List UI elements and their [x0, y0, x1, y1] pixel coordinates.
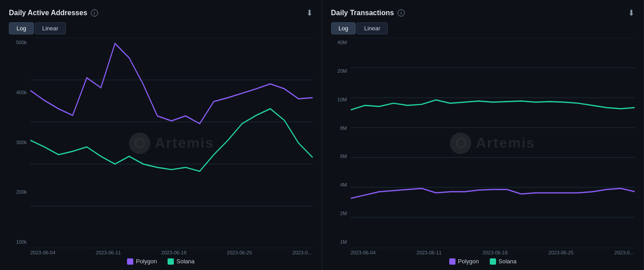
left-legend: Polygon Solana: [9, 258, 313, 265]
right-chart-panel: Daily Transactions i ⬇ Log Linear 40M 20…: [322, 0, 644, 270]
right-chart-inner: ⬡ Artemis: [351, 38, 635, 255]
left-legend-solana-label: Solana: [176, 258, 194, 265]
right-svg-container: ⬡ Artemis: [351, 38, 635, 248]
right-legend-polygon-dot: [449, 258, 455, 265]
right-toggle-log[interactable]: Log: [331, 22, 356, 34]
right-y-4m: 4M: [340, 182, 347, 187]
right-x-4: 2023-06-25: [549, 250, 574, 255]
right-y-10m: 10M: [337, 97, 347, 102]
right-chart-area: 40M 20M 10M 8M 6M 4M 2M 1M ⬡ Artemis: [331, 38, 635, 255]
left-legend-polygon-label: Polygon: [136, 258, 157, 265]
right-download-icon[interactable]: ⬇: [628, 8, 635, 18]
left-legend-solana: Solana: [168, 258, 194, 265]
right-panel-header: Daily Transactions i ⬇: [331, 8, 635, 18]
right-x-1: 2023-06-04: [351, 250, 376, 255]
right-y-40m: 40M: [337, 40, 347, 45]
left-y-100k: 100k: [16, 239, 27, 245]
left-chart-area: 500k 400k 300k 200k 100k ⬡ Artemis: [9, 38, 313, 255]
right-chart-svg: [351, 38, 635, 248]
left-y-200k: 200k: [16, 189, 27, 195]
left-legend-solana-dot: [168, 258, 174, 265]
right-chart-title: Daily Transactions: [331, 9, 394, 17]
left-toggle-row: Log Linear: [9, 22, 313, 34]
left-x-2: 2023-06-11: [96, 250, 121, 255]
left-toggle-log[interactable]: Log: [9, 22, 34, 34]
left-x-5: 2023-0...: [292, 250, 312, 255]
right-title-row: Daily Transactions i: [331, 9, 405, 17]
left-x-axis: 2023-06-04 2023-06-11 2023-06-18 2023-06…: [30, 248, 313, 255]
right-y-axis: 40M 20M 10M 8M 6M 4M 2M 1M: [331, 38, 351, 255]
right-y-2m: 2M: [340, 211, 347, 216]
right-legend-polygon: Polygon: [449, 258, 479, 265]
left-download-icon[interactable]: ⬇: [306, 8, 313, 18]
left-x-4: 2023-06-25: [227, 250, 252, 255]
right-y-6m: 6M: [340, 154, 347, 159]
right-y-20m: 20M: [337, 68, 347, 74]
left-y-400k: 400k: [16, 90, 27, 95]
left-chart-panel: Daily Active Addresses i ⬇ Log Linear 50…: [0, 0, 322, 270]
right-legend-polygon-label: Polygon: [458, 258, 479, 265]
left-svg-container: ⬡ Artemis: [30, 38, 313, 248]
right-x-2: 2023-06-11: [417, 250, 442, 255]
right-legend-solana-label: Solana: [499, 258, 517, 265]
left-info-icon[interactable]: i: [91, 9, 98, 17]
right-x-5: 2023-0...: [615, 250, 634, 255]
left-x-1: 2023-06-04: [30, 250, 55, 255]
left-title-row: Daily Active Addresses i: [9, 9, 98, 17]
left-panel-header: Daily Active Addresses i ⬇: [9, 8, 313, 18]
left-chart-title: Daily Active Addresses: [9, 9, 87, 17]
left-legend-polygon-dot: [127, 258, 133, 265]
right-y-1m: 1M: [340, 239, 347, 245]
right-x-axis: 2023-06-04 2023-06-11 2023-06-18 2023-06…: [351, 248, 635, 255]
right-toggle-row: Log Linear: [331, 22, 635, 34]
left-chart-inner: ⬡ Artemis 2023-06-04: [30, 38, 313, 255]
right-toggle-linear[interactable]: Linear: [357, 22, 388, 34]
right-legend-solana-dot: [490, 258, 496, 265]
right-legend-solana: Solana: [490, 258, 517, 265]
right-x-3: 2023-06-18: [483, 250, 508, 255]
left-y-500k: 500k: [16, 40, 27, 45]
right-legend: Polygon Solana: [331, 258, 635, 265]
left-toggle-linear[interactable]: Linear: [35, 22, 66, 34]
right-y-8m: 8M: [340, 125, 347, 131]
right-info-icon[interactable]: i: [398, 9, 405, 17]
left-chart-svg: [30, 38, 313, 248]
left-y-300k: 300k: [16, 140, 27, 145]
left-legend-polygon: Polygon: [127, 258, 157, 265]
left-x-3: 2023-06-18: [161, 250, 186, 255]
left-y-axis: 500k 400k 300k 200k 100k: [9, 38, 30, 255]
